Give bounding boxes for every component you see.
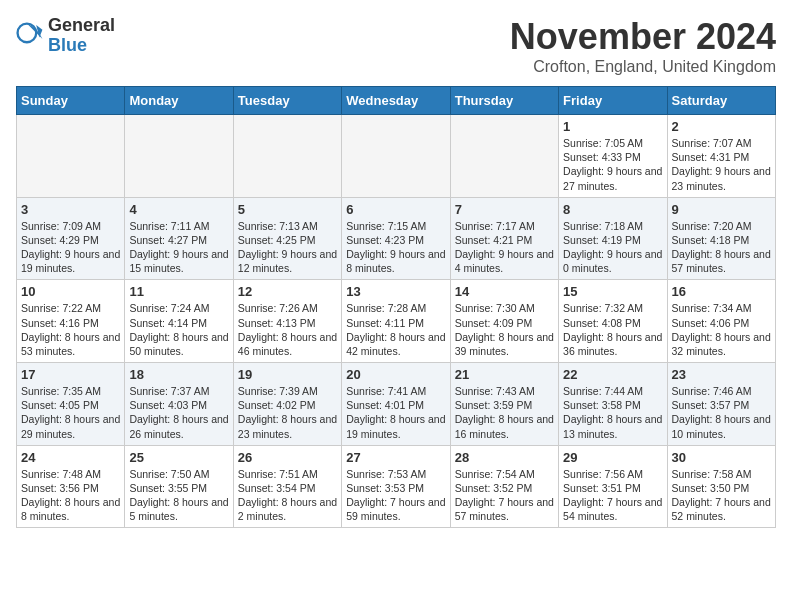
calendar-cell: 18Sunrise: 7:37 AMSunset: 4:03 PMDayligh…	[125, 363, 233, 446]
calendar-cell: 23Sunrise: 7:46 AMSunset: 3:57 PMDayligh…	[667, 363, 775, 446]
logo-blue-text: Blue	[48, 35, 87, 55]
header-day-thursday: Thursday	[450, 87, 558, 115]
day-number: 8	[563, 202, 662, 217]
day-number: 6	[346, 202, 445, 217]
day-info: Sunrise: 7:54 AMSunset: 3:52 PMDaylight:…	[455, 467, 554, 524]
day-info: Sunrise: 7:44 AMSunset: 3:58 PMDaylight:…	[563, 384, 662, 441]
header-day-saturday: Saturday	[667, 87, 775, 115]
day-info: Sunrise: 7:50 AMSunset: 3:55 PMDaylight:…	[129, 467, 228, 524]
header-row: SundayMondayTuesdayWednesdayThursdayFrid…	[17, 87, 776, 115]
calendar-cell: 3Sunrise: 7:09 AMSunset: 4:29 PMDaylight…	[17, 197, 125, 280]
logo-icon	[16, 22, 44, 50]
day-number: 5	[238, 202, 337, 217]
calendar-cell	[17, 115, 125, 198]
day-info: Sunrise: 7:09 AMSunset: 4:29 PMDaylight:…	[21, 219, 120, 276]
logo-general: General	[48, 15, 115, 35]
calendar-cell: 14Sunrise: 7:30 AMSunset: 4:09 PMDayligh…	[450, 280, 558, 363]
calendar-cell: 28Sunrise: 7:54 AMSunset: 3:52 PMDayligh…	[450, 445, 558, 528]
calendar-cell: 15Sunrise: 7:32 AMSunset: 4:08 PMDayligh…	[559, 280, 667, 363]
day-number: 30	[672, 450, 771, 465]
calendar-cell: 29Sunrise: 7:56 AMSunset: 3:51 PMDayligh…	[559, 445, 667, 528]
day-info: Sunrise: 7:58 AMSunset: 3:50 PMDaylight:…	[672, 467, 771, 524]
day-info: Sunrise: 7:28 AMSunset: 4:11 PMDaylight:…	[346, 301, 445, 358]
day-info: Sunrise: 7:34 AMSunset: 4:06 PMDaylight:…	[672, 301, 771, 358]
calendar-body: 1Sunrise: 7:05 AMSunset: 4:33 PMDaylight…	[17, 115, 776, 528]
header-day-friday: Friday	[559, 87, 667, 115]
calendar: SundayMondayTuesdayWednesdayThursdayFrid…	[16, 86, 776, 528]
day-info: Sunrise: 7:13 AMSunset: 4:25 PMDaylight:…	[238, 219, 337, 276]
day-info: Sunrise: 7:53 AMSunset: 3:53 PMDaylight:…	[346, 467, 445, 524]
calendar-cell: 8Sunrise: 7:18 AMSunset: 4:19 PMDaylight…	[559, 197, 667, 280]
day-number: 26	[238, 450, 337, 465]
calendar-cell: 27Sunrise: 7:53 AMSunset: 3:53 PMDayligh…	[342, 445, 450, 528]
day-number: 21	[455, 367, 554, 382]
day-number: 10	[21, 284, 120, 299]
day-info: Sunrise: 7:37 AMSunset: 4:03 PMDaylight:…	[129, 384, 228, 441]
day-info: Sunrise: 7:48 AMSunset: 3:56 PMDaylight:…	[21, 467, 120, 524]
svg-point-0	[18, 23, 37, 42]
day-number: 22	[563, 367, 662, 382]
title-area: November 2024 Crofton, England, United K…	[510, 16, 776, 76]
location: Crofton, England, United Kingdom	[510, 58, 776, 76]
calendar-cell: 20Sunrise: 7:41 AMSunset: 4:01 PMDayligh…	[342, 363, 450, 446]
day-number: 7	[455, 202, 554, 217]
day-number: 15	[563, 284, 662, 299]
day-number: 19	[238, 367, 337, 382]
day-number: 12	[238, 284, 337, 299]
calendar-cell	[125, 115, 233, 198]
day-info: Sunrise: 7:30 AMSunset: 4:09 PMDaylight:…	[455, 301, 554, 358]
day-info: Sunrise: 7:07 AMSunset: 4:31 PMDaylight:…	[672, 136, 771, 193]
day-number: 2	[672, 119, 771, 134]
day-number: 14	[455, 284, 554, 299]
day-info: Sunrise: 7:43 AMSunset: 3:59 PMDaylight:…	[455, 384, 554, 441]
calendar-cell: 7Sunrise: 7:17 AMSunset: 4:21 PMDaylight…	[450, 197, 558, 280]
calendar-cell: 25Sunrise: 7:50 AMSunset: 3:55 PMDayligh…	[125, 445, 233, 528]
day-info: Sunrise: 7:39 AMSunset: 4:02 PMDaylight:…	[238, 384, 337, 441]
week-row-5: 24Sunrise: 7:48 AMSunset: 3:56 PMDayligh…	[17, 445, 776, 528]
calendar-cell: 2Sunrise: 7:07 AMSunset: 4:31 PMDaylight…	[667, 115, 775, 198]
day-number: 27	[346, 450, 445, 465]
day-number: 28	[455, 450, 554, 465]
day-number: 20	[346, 367, 445, 382]
calendar-cell: 9Sunrise: 7:20 AMSunset: 4:18 PMDaylight…	[667, 197, 775, 280]
day-info: Sunrise: 7:26 AMSunset: 4:13 PMDaylight:…	[238, 301, 337, 358]
day-number: 3	[21, 202, 120, 217]
day-number: 29	[563, 450, 662, 465]
week-row-1: 1Sunrise: 7:05 AMSunset: 4:33 PMDaylight…	[17, 115, 776, 198]
calendar-cell	[342, 115, 450, 198]
logo-text: General Blue	[48, 16, 115, 56]
calendar-cell: 4Sunrise: 7:11 AMSunset: 4:27 PMDaylight…	[125, 197, 233, 280]
day-info: Sunrise: 7:11 AMSunset: 4:27 PMDaylight:…	[129, 219, 228, 276]
day-info: Sunrise: 7:17 AMSunset: 4:21 PMDaylight:…	[455, 219, 554, 276]
day-number: 16	[672, 284, 771, 299]
day-number: 24	[21, 450, 120, 465]
day-number: 25	[129, 450, 228, 465]
calendar-cell: 10Sunrise: 7:22 AMSunset: 4:16 PMDayligh…	[17, 280, 125, 363]
calendar-cell: 22Sunrise: 7:44 AMSunset: 3:58 PMDayligh…	[559, 363, 667, 446]
day-info: Sunrise: 7:24 AMSunset: 4:14 PMDaylight:…	[129, 301, 228, 358]
day-number: 13	[346, 284, 445, 299]
header: General Blue November 2024 Crofton, Engl…	[16, 16, 776, 76]
day-number: 23	[672, 367, 771, 382]
day-number: 18	[129, 367, 228, 382]
day-info: Sunrise: 7:46 AMSunset: 3:57 PMDaylight:…	[672, 384, 771, 441]
calendar-cell: 13Sunrise: 7:28 AMSunset: 4:11 PMDayligh…	[342, 280, 450, 363]
day-info: Sunrise: 7:15 AMSunset: 4:23 PMDaylight:…	[346, 219, 445, 276]
week-row-3: 10Sunrise: 7:22 AMSunset: 4:16 PMDayligh…	[17, 280, 776, 363]
week-row-4: 17Sunrise: 7:35 AMSunset: 4:05 PMDayligh…	[17, 363, 776, 446]
day-info: Sunrise: 7:20 AMSunset: 4:18 PMDaylight:…	[672, 219, 771, 276]
calendar-cell: 19Sunrise: 7:39 AMSunset: 4:02 PMDayligh…	[233, 363, 341, 446]
day-info: Sunrise: 7:05 AMSunset: 4:33 PMDaylight:…	[563, 136, 662, 193]
day-info: Sunrise: 7:32 AMSunset: 4:08 PMDaylight:…	[563, 301, 662, 358]
day-number: 17	[21, 367, 120, 382]
calendar-cell: 5Sunrise: 7:13 AMSunset: 4:25 PMDaylight…	[233, 197, 341, 280]
calendar-cell	[450, 115, 558, 198]
calendar-cell: 11Sunrise: 7:24 AMSunset: 4:14 PMDayligh…	[125, 280, 233, 363]
calendar-cell: 6Sunrise: 7:15 AMSunset: 4:23 PMDaylight…	[342, 197, 450, 280]
header-day-tuesday: Tuesday	[233, 87, 341, 115]
calendar-cell: 17Sunrise: 7:35 AMSunset: 4:05 PMDayligh…	[17, 363, 125, 446]
calendar-cell: 21Sunrise: 7:43 AMSunset: 3:59 PMDayligh…	[450, 363, 558, 446]
calendar-cell: 1Sunrise: 7:05 AMSunset: 4:33 PMDaylight…	[559, 115, 667, 198]
header-day-wednesday: Wednesday	[342, 87, 450, 115]
week-row-2: 3Sunrise: 7:09 AMSunset: 4:29 PMDaylight…	[17, 197, 776, 280]
